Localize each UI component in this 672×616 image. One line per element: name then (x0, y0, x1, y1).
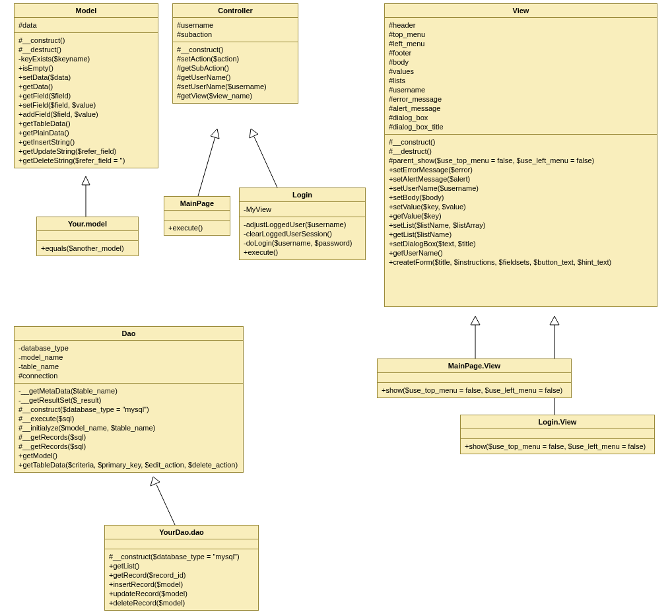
uml-class-LoginView: Login.View+show($use_top_menu = false, $… (460, 415, 655, 454)
class-attributes: #header #top_menu #left_menu #footer #bo… (385, 18, 657, 135)
class-methods: #__construct() #__destruct() #parent_sho… (385, 135, 657, 306)
uml-class-Model: Model#data#__construct() #__destruct() -… (14, 3, 158, 168)
uml-class-Login: Login-MyView-adjustLoggedUser($username)… (239, 188, 366, 260)
class-attributes (164, 211, 230, 221)
class-methods: #__construct($database_type = "mysql") +… (105, 549, 258, 610)
class-methods: +show($use_top_menu = false, $use_left_m… (461, 439, 654, 454)
class-title: Controller (173, 4, 298, 18)
class-title: MainPage.View (378, 359, 571, 373)
class-methods: #__construct() #setAction($action) #getS… (173, 42, 298, 103)
class-title: Login (240, 188, 365, 202)
class-title: MainPage (164, 197, 230, 211)
svg-marker-3 (211, 129, 219, 139)
class-methods: +execute() (164, 221, 230, 235)
class-methods: +show($use_top_menu = false, $use_left_m… (378, 383, 571, 397)
svg-marker-1 (82, 176, 90, 185)
class-attributes: #data (15, 18, 158, 33)
svg-line-2 (198, 137, 215, 196)
svg-marker-5 (250, 129, 258, 138)
class-methods: +equals($another_model) (37, 241, 138, 256)
uml-class-YourDao: YourDao.dao#__construct($database_type =… (104, 525, 259, 611)
class-title: Dao (15, 327, 243, 341)
svg-marker-7 (471, 316, 480, 325)
svg-line-4 (254, 137, 277, 188)
class-attributes (37, 231, 138, 241)
class-methods: #__construct() #__destruct() -keyExists(… (15, 33, 158, 168)
svg-marker-9 (550, 316, 559, 325)
class-attributes: -MyView (240, 202, 365, 217)
class-attributes (378, 373, 571, 383)
uml-class-MainPageView: MainPage.View+show($use_top_menu = false… (377, 359, 572, 398)
class-attributes: #username #subaction (173, 18, 298, 42)
class-methods: -__getMetaData($table_name) -__getResult… (15, 384, 243, 472)
svg-marker-11 (151, 477, 160, 486)
class-title: View (385, 4, 657, 18)
class-title: Your.model (37, 217, 138, 231)
class-title: Model (15, 4, 158, 18)
uml-class-MainPage: MainPage+execute() (164, 196, 230, 236)
class-attributes (105, 539, 258, 549)
class-attributes: -database_type -model_name -table_name #… (15, 341, 243, 384)
uml-class-YourModel: Your.model+equals($another_model) (36, 217, 139, 256)
class-title: Login.View (461, 415, 654, 429)
uml-class-Controller: Controller#username #subaction#__constru… (172, 3, 298, 104)
class-title: YourDao.dao (105, 526, 258, 539)
class-attributes (461, 429, 654, 439)
class-methods: -adjustLoggedUser($username) -clearLogge… (240, 217, 365, 259)
svg-line-10 (156, 485, 175, 525)
uml-class-Dao: Dao-database_type -model_name -table_nam… (14, 326, 244, 473)
uml-class-View: View#header #top_menu #left_menu #footer… (384, 3, 657, 307)
